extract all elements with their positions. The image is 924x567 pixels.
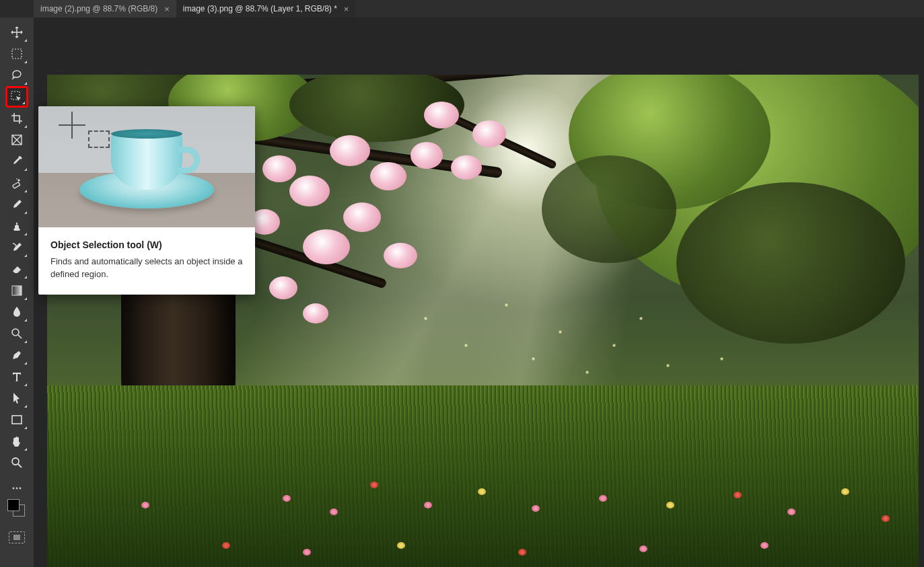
healing-brush-tool[interactable]	[5, 172, 28, 194]
close-icon[interactable]: ×	[344, 4, 349, 14]
lasso-tool[interactable]	[5, 65, 28, 86]
zoom-tool[interactable]	[5, 452, 28, 474]
close-icon[interactable]: ×	[164, 4, 170, 14]
foreground-color-swatch[interactable]	[7, 499, 20, 511]
dodge-tool[interactable]	[5, 323, 28, 344]
tools-panel	[0, 17, 34, 567]
svg-point-7	[12, 458, 19, 465]
pen-tool[interactable]	[5, 344, 28, 366]
clone-stamp-tool[interactable]	[5, 215, 28, 237]
frame-tool[interactable]	[5, 129, 28, 151]
svg-point-5	[12, 329, 19, 336]
color-swatches[interactable]	[7, 499, 26, 518]
tool-tooltip: Object Selection tool (W) Finds and auto…	[38, 106, 255, 295]
edit-toolbar-button[interactable]	[5, 482, 28, 495]
type-tool[interactable]	[5, 366, 28, 387]
history-brush-tool[interactable]	[5, 237, 28, 258]
svg-point-8	[13, 488, 15, 490]
move-tool[interactable]	[5, 22, 28, 43]
marquee-tool[interactable]	[5, 43, 28, 65]
svg-point-9	[16, 488, 18, 490]
blur-tool[interactable]	[5, 301, 28, 323]
brush-tool[interactable]	[5, 194, 28, 215]
svg-point-10	[20, 488, 22, 490]
selection-cursor-icon	[59, 112, 85, 139]
tab-image-2[interactable]: image (2).png @ 88.7% (RGB/8) ×	[34, 0, 176, 17]
tab-image-3[interactable]: image (3).png @ 88.7% (Layer 1, RGB/8) *…	[176, 0, 356, 17]
document-tab-bar: image (2).png @ 88.7% (RGB/8) × image (3…	[34, 0, 924, 17]
hand-tool[interactable]	[5, 430, 28, 452]
eyedropper-tool[interactable]	[5, 151, 28, 172]
svg-rect-0	[12, 49, 22, 59]
eraser-tool[interactable]	[5, 258, 28, 280]
path-selection-tool[interactable]	[5, 387, 28, 409]
quick-mask-toggle[interactable]	[9, 531, 25, 543]
tooltip-title: Object Selection tool (W)	[50, 239, 243, 250]
tooltip-description: Finds and automatically selects an objec…	[50, 256, 243, 281]
gradient-tool[interactable]	[5, 280, 28, 301]
svg-rect-3	[13, 182, 20, 188]
tab-label: image (3).png @ 88.7% (Layer 1, RGB/8) *	[183, 4, 337, 13]
crop-tool[interactable]	[5, 108, 28, 129]
object-selection-tool[interactable]	[5, 86, 28, 108]
tooltip-preview-image	[38, 106, 255, 227]
svg-rect-6	[12, 416, 22, 424]
svg-rect-4	[12, 286, 22, 295]
rectangle-tool[interactable]	[5, 409, 28, 430]
tab-label: image (2).png @ 88.7% (RGB/8)	[40, 4, 157, 13]
